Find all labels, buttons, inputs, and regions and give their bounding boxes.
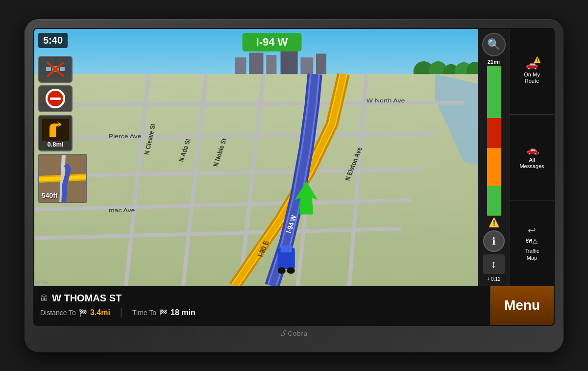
map-area[interactable]: N Noble St N Ada St N Cleave St N Elston… bbox=[34, 29, 510, 286]
svg-rect-4 bbox=[281, 50, 298, 76]
svg-point-26 bbox=[287, 267, 294, 274]
time-flag-icon: 🏁 bbox=[159, 309, 168, 317]
search-button[interactable]: 🔍 bbox=[482, 33, 506, 56]
street-name: W THOMAS ST bbox=[52, 293, 122, 304]
maneuver-icon bbox=[42, 119, 69, 141]
time-display: 5:40 bbox=[38, 33, 68, 48]
on-my-route-label: On My Route bbox=[524, 72, 539, 84]
svg-rect-39 bbox=[46, 67, 51, 71]
traffic-map-label: Traffic Map bbox=[525, 248, 539, 261]
map-roads-svg: N Noble St N Ada St N Cleave St N Elston… bbox=[34, 29, 510, 286]
time-value: 5:40 bbox=[43, 35, 63, 46]
brand-name: Cobra bbox=[288, 330, 308, 337]
distance-to-label: Distance To bbox=[40, 309, 76, 317]
nav-info: 🏛 W THOMAS ST Distance To 🏁 3.4mi | Time… bbox=[34, 286, 490, 325]
route-add-time: + 0:12 bbox=[487, 276, 500, 282]
svg-rect-1 bbox=[235, 57, 246, 76]
time-to-label: Time To bbox=[132, 309, 156, 317]
distance-flag-icon: 🏁 bbox=[79, 309, 87, 317]
warning-badge-icon: ⚠️ bbox=[534, 56, 541, 63]
highway-label: I-94 W bbox=[256, 36, 288, 48]
svg-rect-40 bbox=[60, 67, 65, 71]
traffic-distance: 21mi bbox=[488, 59, 500, 65]
time-to-value: 18 min bbox=[171, 308, 196, 317]
route-banner: I-94 W bbox=[243, 33, 302, 51]
right-panel: 🚗 ⚠️ On My Route 🚗 ↗ All bbox=[510, 29, 554, 286]
traffic-sidebar: 🔍 21mi bbox=[478, 29, 510, 286]
recalculate-button[interactable]: ↕ bbox=[483, 254, 505, 274]
maneuver-box: 0.8mi bbox=[38, 115, 73, 151]
svg-rect-24 bbox=[281, 245, 292, 252]
no-entry-button[interactable] bbox=[38, 85, 73, 112]
on-my-route-icon-wrap: 🚗 ⚠️ bbox=[526, 58, 538, 70]
device-screen: N Noble St N Ada St N Cleave St N Elston… bbox=[33, 28, 555, 326]
on-my-route-button[interactable]: 🚗 ⚠️ On My Route bbox=[510, 29, 554, 115]
screen-main: N Noble St N Ada St N Cleave St N Elston… bbox=[34, 29, 554, 286]
bottom-bar: 🏛 W THOMAS ST Distance To 🏁 3.4mi | Time… bbox=[34, 286, 554, 325]
stat-divider: | bbox=[120, 307, 122, 318]
satellite-button[interactable] bbox=[38, 56, 73, 83]
info-button[interactable]: ℹ bbox=[483, 230, 505, 252]
distance-to-value: 3.4mi bbox=[90, 308, 110, 317]
left-overlays: 0.8mi 540ft bbox=[38, 56, 87, 203]
route-icon: ↩ bbox=[528, 225, 536, 236]
map-warning-icon: 🗺⚠ bbox=[526, 238, 538, 245]
menu-label: Menu bbox=[504, 297, 540, 313]
all-messages-label: All Messages bbox=[519, 157, 544, 170]
traffic-map-icon-wrap: ↩ bbox=[528, 224, 536, 236]
brand-label: 𝓢 Cobra bbox=[280, 329, 308, 338]
arrow-icon: ↗ bbox=[536, 151, 539, 156]
distance-to-item: Distance To 🏁 3.4mi bbox=[40, 308, 110, 317]
street-icon: 🏛 bbox=[40, 294, 48, 303]
satellite-icon bbox=[43, 58, 68, 80]
nav-stats-row: Distance To 🏁 3.4mi | Time To 🏁 18 min bbox=[40, 307, 484, 318]
mini-map-box: 540ft bbox=[38, 154, 87, 203]
time-to-item: Time To 🏁 18 min bbox=[132, 308, 196, 317]
traffic-bar bbox=[487, 66, 501, 216]
all-messages-button[interactable]: 🚗 ↗ All Messages bbox=[510, 115, 554, 200]
svg-point-25 bbox=[278, 267, 286, 274]
svg-rect-2 bbox=[249, 52, 263, 76]
traffic-warning-icon: ⚠️ bbox=[489, 217, 499, 228]
svg-rect-3 bbox=[266, 55, 276, 76]
gps-device: N Noble St N Ada St N Cleave St N Elston… bbox=[24, 19, 564, 352]
watermark: grtlks1 bbox=[35, 280, 49, 285]
svg-text:W North Ave: W North Ave bbox=[367, 97, 405, 104]
street-name-row: 🏛 W THOMAS ST bbox=[40, 293, 484, 304]
svg-text:Pierce Ave: Pierce Ave bbox=[109, 133, 142, 140]
all-messages-icon-wrap: 🚗 ↗ bbox=[527, 145, 538, 155]
maneuver-distance: 0.8mi bbox=[47, 141, 63, 148]
svg-rect-6 bbox=[316, 53, 326, 76]
mini-map-distance: 540ft bbox=[42, 192, 58, 199]
no-entry-icon bbox=[46, 89, 65, 108]
svg-rect-5 bbox=[300, 57, 313, 76]
traffic-bar-container: 21mi ⚠️ bbox=[483, 59, 505, 228]
svg-text:mac Ave: mac Ave bbox=[109, 206, 135, 213]
menu-button[interactable]: Menu bbox=[490, 286, 554, 325]
traffic-map-button[interactable]: ↩ 🗺⚠ Traffic Map bbox=[510, 200, 554, 286]
